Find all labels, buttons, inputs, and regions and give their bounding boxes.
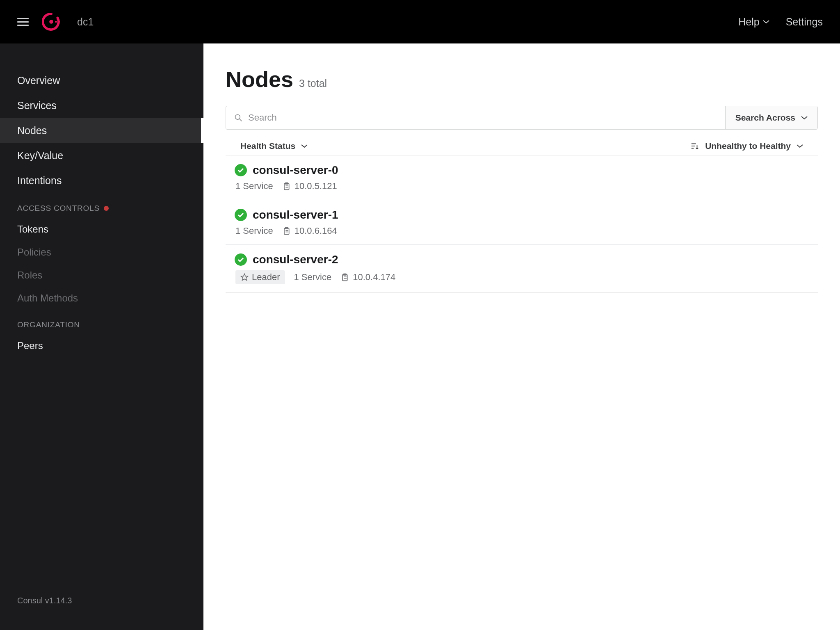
- svg-point-2: [57, 18, 58, 20]
- organization-heading: ORGANIZATION: [0, 310, 203, 334]
- sidebar-item-auth-methods: Auth Methods: [0, 287, 203, 310]
- sidebar-item-nodes[interactable]: Nodes: [0, 118, 203, 143]
- search-input[interactable]: [248, 112, 717, 123]
- chevron-down-icon: [763, 20, 769, 24]
- sidebar-item-roles: Roles: [0, 264, 203, 287]
- node-ip: 10.0.6.164: [294, 226, 337, 236]
- settings-link[interactable]: Settings: [786, 16, 823, 28]
- clipboard-icon[interactable]: [282, 182, 290, 191]
- search-icon: [234, 114, 242, 122]
- access-controls-heading: ACCESS CONTROLS: [0, 193, 203, 218]
- clipboard-icon[interactable]: [282, 226, 290, 235]
- node-ip: 10.0.4.174: [353, 272, 395, 283]
- sidebar-item-intentions[interactable]: Intentions: [0, 168, 203, 193]
- topbar: dc1 Help Settings: [0, 0, 840, 43]
- search-bar: Search Across: [226, 106, 818, 130]
- health-status-label: Health Status: [240, 141, 295, 151]
- help-menu[interactable]: Help: [738, 16, 769, 28]
- chevron-down-icon: [301, 144, 308, 148]
- node-name: consul-server-0: [253, 164, 338, 177]
- clipboard-icon[interactable]: [340, 273, 349, 282]
- svg-point-5: [235, 115, 240, 120]
- sort-dropdown[interactable]: Unhealthy to Healthy: [690, 141, 803, 151]
- settings-label: Settings: [786, 16, 823, 28]
- svg-point-4: [58, 21, 60, 23]
- chevron-down-icon: [801, 116, 808, 120]
- node-row[interactable]: consul-server-01 Service10.0.5.121: [226, 155, 818, 200]
- main-content: Nodes 3 total Search Across Health Statu…: [203, 43, 840, 630]
- page-title: Nodes: [226, 66, 293, 92]
- service-count: 1 Service: [235, 226, 273, 236]
- version-label: Consul v1.14.3: [0, 588, 203, 618]
- sidebar-item-services[interactable]: Services: [0, 93, 203, 118]
- service-count: 1 Service: [235, 181, 273, 192]
- star-icon: [240, 273, 249, 281]
- consul-logo[interactable]: [42, 12, 61, 31]
- status-dot-icon: [104, 206, 109, 211]
- health-status-filter[interactable]: Health Status: [240, 141, 308, 151]
- search-across-dropdown[interactable]: Search Across: [725, 106, 817, 129]
- datacenter-label[interactable]: dc1: [77, 16, 94, 28]
- sidebar: OverviewServicesNodesKey/ValueIntentions…: [0, 43, 203, 630]
- service-count: 1 Service: [294, 272, 332, 283]
- hamburger-menu-icon[interactable]: [17, 18, 29, 26]
- sidebar-item-tokens[interactable]: Tokens: [0, 218, 203, 241]
- total-count: 3 total: [299, 78, 327, 89]
- svg-line-6: [240, 119, 242, 121]
- svg-point-1: [55, 21, 57, 23]
- help-label: Help: [738, 16, 759, 28]
- svg-point-0: [49, 20, 53, 24]
- node-name: consul-server-2: [253, 253, 338, 266]
- healthy-check-icon: [235, 164, 247, 176]
- sidebar-item-overview[interactable]: Overview: [0, 68, 203, 93]
- healthy-check-icon: [235, 209, 247, 221]
- sort-label: Unhealthy to Healthy: [705, 141, 791, 151]
- sort-icon: [690, 142, 699, 151]
- sidebar-item-policies: Policies: [0, 241, 203, 264]
- node-ip: 10.0.5.121: [294, 181, 337, 192]
- svg-point-3: [57, 23, 58, 25]
- healthy-check-icon: [235, 253, 247, 266]
- leader-badge: Leader: [235, 270, 285, 284]
- node-row[interactable]: consul-server-11 Service10.0.6.164: [226, 200, 818, 245]
- chevron-down-icon: [797, 144, 803, 148]
- search-across-label: Search Across: [735, 113, 795, 123]
- node-row[interactable]: consul-server-2Leader1 Service10.0.4.174: [226, 245, 818, 293]
- svg-marker-18: [241, 274, 248, 281]
- sidebar-item-peers[interactable]: Peers: [0, 334, 203, 357]
- sidebar-item-key-value[interactable]: Key/Value: [0, 143, 203, 168]
- node-name: consul-server-1: [253, 208, 338, 221]
